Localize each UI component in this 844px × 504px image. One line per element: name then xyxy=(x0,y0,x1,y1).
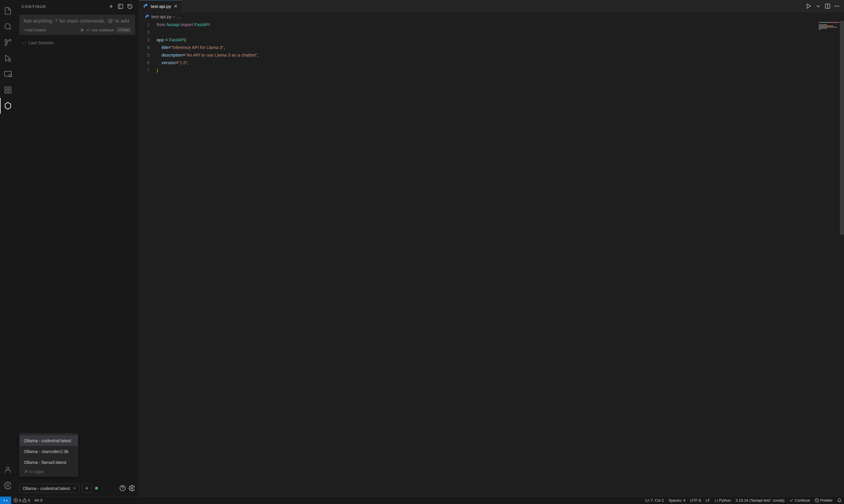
close-tab-icon[interactable] xyxy=(173,4,178,8)
tab-bar: test-api.py xyxy=(139,0,844,12)
continue-sidebar: CONTINUE Ask anything, '/' for slash com… xyxy=(16,0,139,497)
model-option[interactable]: Ollama - llama3:latest xyxy=(20,457,78,468)
split-editor-icon[interactable] xyxy=(825,3,830,9)
expand-icon[interactable] xyxy=(118,3,123,10)
svg-point-0 xyxy=(5,24,11,29)
interpreter-status[interactable]: 3.10.14 ('fastapi-test': conda) xyxy=(733,498,787,503)
use-codebase-hint: Use codebase xyxy=(91,28,114,32)
svg-point-6 xyxy=(8,60,11,62)
status-indicator xyxy=(95,487,98,490)
sidebar-title: CONTINUE xyxy=(16,0,139,12)
search-icon[interactable] xyxy=(0,19,16,35)
model-selector[interactable]: Ollama - codestral:latest xyxy=(19,484,80,493)
svg-line-21 xyxy=(130,6,131,7)
cursor-position[interactable]: Ln 7, Col 2 xyxy=(643,498,666,503)
python-file-icon xyxy=(143,3,149,9)
indentation-status[interactable]: Spaces: 4 xyxy=(666,498,688,503)
ports-status[interactable]: 0 xyxy=(32,498,45,503)
remote-button[interactable] xyxy=(0,497,11,504)
toggle-hint: ⌘' to toggle xyxy=(20,468,78,474)
editor-tab[interactable]: test-api.py xyxy=(139,0,183,12)
minimap[interactable] xyxy=(819,22,839,31)
extensions-icon[interactable] xyxy=(0,82,16,98)
add-context-hint[interactable]: + Add Context xyxy=(23,28,46,32)
svg-line-42 xyxy=(815,499,818,502)
warning-icon xyxy=(22,498,27,503)
svg-line-1 xyxy=(10,28,11,30)
notifications-icon[interactable] xyxy=(835,498,844,503)
add-model-button[interactable] xyxy=(82,484,91,493)
svg-point-4 xyxy=(5,39,7,42)
svg-marker-5 xyxy=(5,55,10,61)
breadcrumb[interactable]: test-api.py › … xyxy=(139,12,844,21)
more-actions-icon[interactable] xyxy=(834,3,840,9)
svg-marker-13 xyxy=(5,102,11,109)
editor-area: test-api.py test-api.py › … 1234567 from… xyxy=(139,0,844,497)
remote-explorer-icon[interactable] xyxy=(0,66,16,82)
settings-gear-icon[interactable] xyxy=(0,478,16,493)
chat-input[interactable]: Ask anything, '/' for slash commands, '@… xyxy=(19,15,135,35)
run-debug-icon[interactable] xyxy=(0,50,16,66)
eol-status[interactable]: LF xyxy=(703,498,712,503)
svg-point-33 xyxy=(837,5,837,6)
check-icon xyxy=(789,498,794,503)
line-numbers: 1234567 xyxy=(139,21,157,497)
status-bar: 0 0 0 Ln 7, Col 2 Spaces: 4 UTF-8 LF { }… xyxy=(0,497,844,504)
run-dropdown-icon[interactable] xyxy=(815,3,821,9)
svg-point-15 xyxy=(7,485,9,487)
chevron-down-icon xyxy=(72,486,76,490)
svg-rect-18 xyxy=(119,4,123,9)
chat-placeholder: Ask anything, '/' for slash commands, '@… xyxy=(23,18,131,24)
model-option[interactable]: Ollama - codestral:latest xyxy=(20,435,78,446)
svg-rect-9 xyxy=(5,87,7,89)
svg-point-14 xyxy=(6,467,9,470)
svg-point-32 xyxy=(835,5,836,6)
code-editor[interactable]: 1234567 from fastapi import FastAPI app … xyxy=(139,21,844,497)
scrollbar[interactable] xyxy=(840,21,844,497)
problems-status[interactable]: 0 0 xyxy=(11,498,32,503)
chevron-right-icon: › xyxy=(173,14,175,19)
broadcast-icon xyxy=(35,498,39,503)
error-icon xyxy=(14,498,18,503)
history-icon[interactable] xyxy=(127,3,133,10)
continue-extension-icon[interactable] xyxy=(0,98,16,114)
svg-point-34 xyxy=(838,5,839,6)
svg-rect-10 xyxy=(8,87,11,89)
enter-symbol: ⏎ xyxy=(86,28,89,32)
last-session-link[interactable]: ← Last Session xyxy=(22,40,133,45)
code-content[interactable]: from fastapi import FastAPI app = FastAP… xyxy=(157,21,258,497)
encoding-status[interactable]: UTF-8 xyxy=(688,498,703,503)
model-dropdown-popup: Ollama - codestral:latest Ollama - starc… xyxy=(19,433,78,476)
svg-point-2 xyxy=(9,39,11,42)
activity-bar xyxy=(0,0,16,497)
disabled-icon xyxy=(815,498,819,503)
svg-rect-12 xyxy=(8,91,11,93)
svg-marker-29 xyxy=(807,4,811,8)
arrow-left-icon: ← xyxy=(22,40,26,45)
model-option[interactable]: Ollama - starcoder2:3b xyxy=(20,446,78,457)
svg-rect-7 xyxy=(4,72,11,76)
new-chat-icon[interactable] xyxy=(108,3,114,10)
continue-status[interactable]: Continue xyxy=(787,498,812,503)
enter-hint: ⏎ Enter xyxy=(117,28,131,33)
explorer-icon[interactable] xyxy=(0,3,16,19)
svg-point-3 xyxy=(5,44,7,46)
source-control-icon[interactable] xyxy=(0,35,16,50)
python-file-icon xyxy=(145,14,150,19)
svg-point-26 xyxy=(131,487,133,489)
svg-rect-11 xyxy=(5,91,7,93)
help-icon[interactable] xyxy=(119,485,126,491)
settings-icon[interactable] xyxy=(129,485,135,491)
language-status[interactable]: { } Python xyxy=(712,498,733,503)
prettier-status[interactable]: Prettier xyxy=(812,498,835,503)
cmd-key-hint: ⌘ xyxy=(80,28,84,32)
tab-label: test-api.py xyxy=(151,4,171,9)
run-file-icon[interactable] xyxy=(806,3,812,9)
accounts-icon[interactable] xyxy=(0,462,16,478)
svg-point-40 xyxy=(37,500,37,501)
